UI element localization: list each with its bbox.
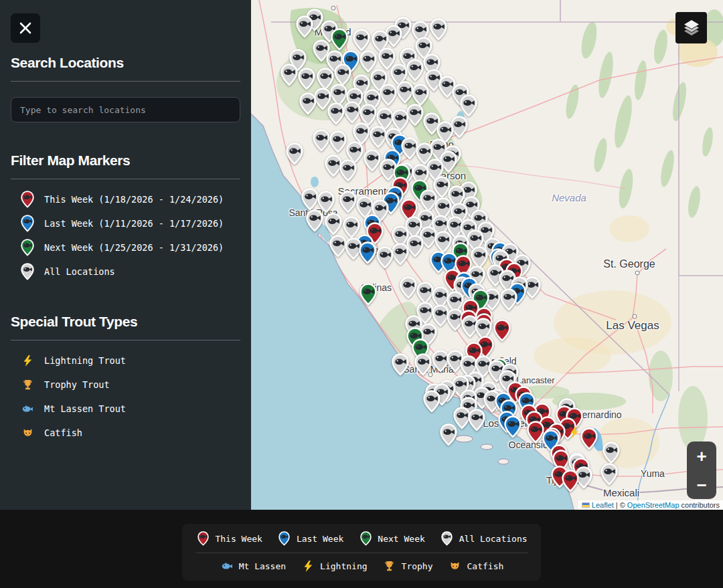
gray-fishing-marker[interactable]: [353, 29, 370, 52]
footer-bar: This Week Last Week Next Week All Locati…: [0, 510, 723, 588]
gray-fishing-marker[interactable]: [468, 409, 485, 431]
gray-fishing-marker[interactable]: [299, 92, 317, 115]
cat-icon: [448, 561, 463, 572]
filter-item-catfish[interactable]: Catfish: [20, 421, 240, 445]
item-label: Trophy: [402, 561, 433, 571]
gray-fishing-marker[interactable]: [406, 59, 424, 82]
divider: [11, 81, 240, 82]
lightning-icon: [20, 355, 35, 367]
item-label: This Week: [215, 534, 262, 544]
legend-item-all-locations: All Locations: [440, 531, 528, 546]
search-heading: Search Locations: [11, 55, 240, 71]
gray-fishing-marker[interactable]: [339, 191, 357, 213]
gray-fishing-marker[interactable]: [313, 129, 330, 152]
openstreetmap-link[interactable]: OpenStreetMap: [627, 501, 679, 509]
item-label: Next Week: [378, 534, 424, 544]
green-pin-icon: [20, 239, 35, 256]
gray-fishing-marker[interactable]: [298, 68, 315, 90]
legend-item-this-week: This Week: [195, 531, 262, 546]
gray-fishing-marker[interactable]: [440, 423, 457, 446]
item-label: Lightning Trout: [44, 355, 126, 366]
gray-fishing-marker[interactable]: [364, 149, 381, 172]
gray-fishing-marker[interactable]: [500, 288, 517, 311]
close-icon: [18, 21, 33, 35]
city-dot: [635, 271, 640, 276]
gray-fishing-marker[interactable]: [329, 130, 347, 153]
close-button[interactable]: [11, 13, 40, 43]
gray-fishing-marker[interactable]: [434, 231, 452, 254]
gray-pin-icon: [20, 263, 35, 280]
blue-fishing-marker[interactable]: [504, 415, 521, 438]
gray-fishing-marker[interactable]: [600, 463, 618, 486]
leaflet-link[interactable]: Leaflet: [592, 501, 614, 509]
trout-heading: Special Trout Types: [11, 314, 240, 330]
gray-fishing-marker[interactable]: [296, 15, 313, 38]
item-label: Mt Lassen: [239, 561, 286, 571]
filter-item-mt-lassen-trout[interactable]: Mt Lassen Trout: [20, 397, 240, 421]
red-fishing-marker[interactable]: [493, 319, 511, 342]
legend-item-catfish: Catfish: [448, 561, 504, 572]
gray-fishing-marker[interactable]: [327, 102, 345, 125]
map-label-yuma: Yuma: [641, 468, 665, 479]
gray-fishing-marker[interactable]: [392, 243, 409, 266]
gray-fishing-marker[interactable]: [306, 209, 323, 232]
layers-icon: [681, 18, 702, 38]
lightning-map-overlay-icon: [569, 427, 580, 440]
gray-fishing-marker[interactable]: [380, 84, 397, 106]
filter-item-all-locations[interactable]: All Locations: [20, 260, 240, 284]
gray-fishing-marker[interactable]: [400, 276, 417, 299]
map-canvas[interactable]: MedfordRenoCarsonNevadaSt. GeorgeLas Veg…: [251, 0, 723, 510]
item-label: Last Week: [297, 534, 343, 544]
trophy-icon: [382, 561, 397, 572]
gray-fishing-marker[interactable]: [460, 94, 477, 117]
filter-heading: Filter Map Markers: [11, 153, 240, 169]
filter-item-next-week-1-25-2026-1-31-2026[interactable]: Next Week (1/25/2026 - 1/31/2026): [20, 235, 240, 260]
gray-fishing-marker[interactable]: [334, 64, 351, 86]
gray-fishing-marker[interactable]: [412, 84, 429, 106]
lightning-icon: [301, 561, 315, 572]
zoom-in-button[interactable]: +: [687, 442, 716, 470]
item-label: Catfish: [467, 561, 504, 571]
gray-fishing-marker[interactable]: [414, 353, 432, 376]
item-label: Lightning: [320, 561, 367, 571]
city-dot: [331, 6, 336, 11]
sidebar: Search Locations Filter Map Markers This…: [0, 0, 251, 510]
gray-fishing-marker[interactable]: [343, 101, 361, 124]
green-fishing-marker[interactable]: [359, 283, 377, 306]
blue-pin-icon: [20, 215, 35, 232]
red-fishing-marker[interactable]: [562, 470, 579, 492]
gray-fishing-marker[interactable]: [280, 64, 298, 86]
divider: [11, 340, 240, 340]
gray-fishing-marker[interactable]: [376, 246, 394, 269]
legend-row-special: Mt LassenLightningTrophyCatfish: [195, 561, 527, 572]
blue-fishing-marker[interactable]: [359, 241, 376, 264]
item-label: All Locations: [459, 534, 528, 544]
attribution-separator: | ©: [616, 501, 625, 509]
filter-item-lightning-trout[interactable]: Lightning Trout: [20, 349, 240, 373]
legend-item-trophy: Trophy: [382, 561, 433, 572]
red-pin-icon: [195, 531, 210, 546]
gray-fishing-marker[interactable]: [339, 159, 357, 182]
filter-item-last-week-1-11-2026-1-17-2026[interactable]: Last Week (1/11/2026 - 1/17/2026): [20, 211, 240, 235]
gray-fishing-marker[interactable]: [325, 213, 342, 235]
layers-control[interactable]: [675, 12, 707, 43]
gray-fishing-marker[interactable]: [286, 142, 303, 165]
green-fishing-marker[interactable]: [331, 28, 348, 51]
legend-item-last-week: Last Week: [277, 531, 343, 546]
item-label: All Locations: [44, 266, 115, 277]
gray-fishing-marker[interactable]: [602, 442, 620, 464]
filter-item-this-week-1-18-2026-1-24-2026[interactable]: This Week (1/18/2026 - 1/24/2026): [20, 187, 240, 211]
red-fishing-marker[interactable]: [580, 427, 598, 450]
map-label-las-vegas: Las Vegas: [606, 319, 659, 332]
legend-item-mt-lassen: Mt Lassen: [220, 561, 286, 571]
divider: [11, 179, 240, 179]
gray-fishing-marker[interactable]: [423, 390, 440, 413]
fish-icon: [220, 561, 234, 571]
gray-fishing-marker[interactable]: [301, 188, 319, 211]
zoom-out-button[interactable]: −: [687, 470, 716, 499]
gray-fishing-marker[interactable]: [392, 353, 409, 376]
attribution-suffix: contributors: [681, 501, 720, 509]
item-label: Next Week (1/25/2026 - 1/31/2026): [44, 242, 224, 253]
search-input[interactable]: [11, 97, 240, 122]
filter-item-trophy-trout[interactable]: Trophy Trout: [20, 373, 240, 397]
